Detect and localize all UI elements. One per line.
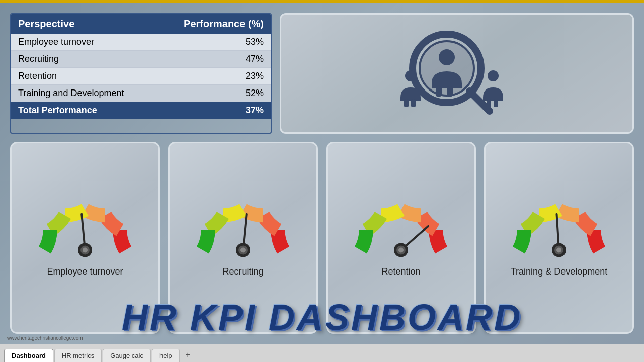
row-label: Employee turnover [18,37,94,47]
hr-icon [391,23,522,124]
table-row: Employee turnover53% [11,34,271,51]
svg-point-19 [240,247,246,252]
tab-dashboard[interactable]: Dashboard [4,349,53,362]
row-label: Retention [18,71,57,81]
row-value: 37% [246,105,264,116]
gauge-label: Recruiting [222,266,263,277]
col1-header: Perspective [18,18,74,30]
gauge-svg [188,196,298,261]
gauge-label: Employee turnover [47,266,123,277]
svg-rect-10 [487,99,491,107]
table-row: Retention23% [11,68,271,85]
table-row: Training and Development52% [11,85,271,102]
gauge-svg [346,196,456,261]
main-content: Perspective Performance (%) Employee tur… [0,3,644,344]
table-row: Total Performance37% [11,102,271,119]
gauge-svg [30,196,140,261]
svg-point-23 [398,247,404,252]
gauge-svg [504,196,614,261]
table-row: Recruiting47% [11,51,271,68]
svg-point-9 [488,70,499,81]
tab-bar: DashboardHR metricsGauge calchelp + [0,344,644,362]
add-tab-button[interactable]: + [181,348,195,362]
col2-header: Performance (%) [184,18,264,30]
svg-point-15 [83,247,88,252]
watermark: www.heritagechristiancollege.com [7,335,83,341]
kpi-table: Perspective Performance (%) Employee tur… [10,13,272,134]
hr-icon-panel [280,13,634,134]
svg-rect-11 [494,99,498,107]
row-value: 47% [246,54,264,64]
svg-rect-5 [447,86,453,97]
tabs-container: DashboardHR metricsGauge calchelp [4,349,181,362]
tab-help[interactable]: help [152,349,180,362]
row-value: 23% [246,71,264,81]
row-label: Training and Development [18,88,124,99]
table-rows: Employee turnover53%Recruiting47%Retenti… [11,34,271,119]
svg-point-27 [556,247,561,252]
row-value: 52% [246,88,264,99]
svg-point-3 [439,49,455,65]
svg-rect-4 [436,86,442,97]
gauge-label: Retention [381,266,420,277]
row-label: Total Performance [18,105,97,116]
dashboard-title: HR KPI DASHBOARD [0,297,644,338]
svg-rect-8 [411,99,416,107]
row-label: Recruiting [18,54,59,64]
tab-hr-metrics[interactable]: HR metrics [54,349,102,362]
table-header: Perspective Performance (%) [11,14,271,34]
row-value: 53% [246,37,264,47]
svg-rect-7 [404,99,409,107]
svg-point-6 [405,70,416,81]
gauge-label: Training & Development [511,266,607,277]
top-section: Perspective Performance (%) Employee tur… [10,13,634,134]
tab-gauge-calc[interactable]: Gauge calc [103,349,151,362]
